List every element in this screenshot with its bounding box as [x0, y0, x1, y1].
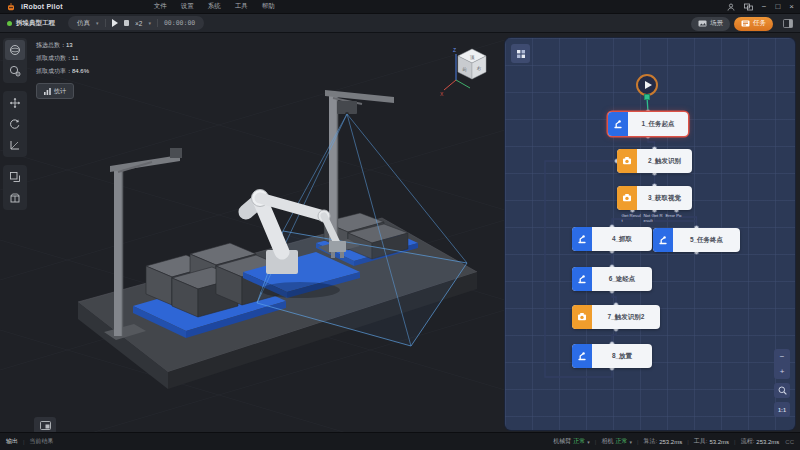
displays-icon[interactable]	[744, 3, 753, 11]
project-status-dot	[7, 21, 12, 26]
statistics-button[interactable]: 统计	[36, 83, 74, 99]
pick-statistics: 拣选总数：13抓取成功数：11抓取成功率：84.6% 统计	[36, 41, 89, 99]
start-output-port	[644, 94, 650, 100]
copy-icon	[9, 171, 21, 183]
output-port-labels: Get ResultNot Get ResultError Po	[622, 213, 686, 224]
cube-face-front: 前	[462, 67, 467, 72]
app-title: iRobot Pilot	[21, 3, 63, 10]
stat-row: 抓取成功数：11	[36, 54, 89, 63]
menu-bar: 文件设置系统工具帮助	[154, 2, 275, 11]
flow-node-8[interactable]: 8_放置	[572, 344, 652, 368]
simulation-controls: 仿真 ▾ ×2 ▾ 00:00:00	[68, 16, 204, 30]
place-icon	[572, 344, 592, 368]
flow-node-label: 5_任务终点	[673, 228, 740, 252]
flow-node-3[interactable]: 3_获取视觉	[617, 186, 692, 210]
chevron-down-icon[interactable]: ▾	[96, 20, 99, 26]
task-start-icon	[608, 112, 628, 136]
minimize-button[interactable]: −	[762, 3, 767, 11]
get-vision-icon	[617, 186, 637, 210]
toolbar: 拆垛典型工程 仿真 ▾ ×2 ▾ 00:00:00 场景 任务	[0, 14, 800, 33]
flow-node-label: 8_放置	[592, 344, 652, 368]
axis-z-label: Z	[453, 47, 456, 53]
menu-item-3[interactable]: 工具	[235, 2, 248, 11]
cube-face-right: 右	[477, 65, 482, 71]
status-item-2: 算法:253.2ms	[643, 437, 682, 446]
console-icon	[40, 421, 51, 430]
close-button[interactable]: ×	[789, 3, 794, 11]
zoom-reset-button[interactable]: 1:1	[774, 402, 790, 417]
status-extra: CC	[785, 439, 794, 445]
axis-x-label: X	[440, 91, 444, 97]
magnifier-icon	[778, 386, 787, 395]
maximize-button[interactable]: □	[775, 3, 780, 11]
scene-icon	[698, 20, 707, 27]
rotate-tool-button[interactable]	[5, 114, 25, 134]
waypoint-icon	[572, 267, 592, 291]
cube-face-top: 顶	[470, 55, 475, 60]
view-cube[interactable]: Z X 顶 前 右	[440, 47, 486, 97]
move-tool-button[interactable]	[5, 93, 25, 113]
flow-start-node[interactable]	[636, 74, 658, 96]
export-box-button[interactable]	[5, 188, 25, 208]
play-icon	[645, 81, 652, 89]
chevron-down-icon[interactable]: ▾	[148, 20, 151, 26]
app-logo-icon	[6, 2, 16, 12]
box-icon	[9, 192, 21, 204]
grid-icon	[516, 49, 526, 59]
menu-item-0[interactable]: 文件	[154, 2, 167, 11]
scene-tab[interactable]: 场景	[691, 17, 730, 31]
zoom-in-button[interactable]: +	[774, 364, 790, 379]
measure-icon	[9, 139, 21, 151]
stat-row: 拣选总数：13	[36, 41, 89, 50]
menu-item-4[interactable]: 帮助	[262, 2, 275, 11]
status-item-1[interactable]: 相机正常▾	[601, 437, 632, 446]
status-bar: 输出 | 当前结果 机械臂正常▾|相机正常▾|算法:253.2ms|工具:53.…	[0, 432, 800, 450]
flow-node-4[interactable]: 4_抓取	[572, 227, 652, 251]
measure-tool-button[interactable]	[5, 135, 25, 155]
task-flow-canvas[interactable]: 1_任务起点2_触发识别3_获取视觉4_抓取5_任务终点6_途经点7_触发识别2…	[505, 38, 795, 430]
zoom-out-button[interactable]: −	[774, 349, 790, 364]
mode-select[interactable]: 仿真	[77, 19, 90, 28]
flow-node-label: 1_任务起点	[628, 112, 688, 136]
flow-node-5[interactable]: 5_任务终点	[653, 228, 740, 252]
flow-node-label: 4_抓取	[592, 227, 652, 251]
zoom-search-button[interactable]	[774, 383, 790, 398]
panel-layout-button[interactable]	[780, 17, 795, 31]
user-icon[interactable]	[727, 3, 735, 11]
stat-row: 抓取成功率：84.6%	[36, 67, 89, 76]
trigger-recognition-icon	[572, 305, 592, 329]
model-settings-button[interactable]	[5, 61, 25, 81]
flow-node-1[interactable]: 1_任务起点	[608, 112, 688, 136]
gripper	[329, 241, 346, 252]
flow-node-label: 7_触发识别2	[592, 305, 660, 329]
menu-item-2[interactable]: 系统	[208, 2, 221, 11]
task-flow-icon	[741, 20, 750, 27]
flow-grid-button[interactable]	[511, 44, 530, 63]
speed-select[interactable]: ×2	[135, 20, 142, 27]
menu-item-1[interactable]: 设置	[181, 2, 194, 11]
console-panel-button[interactable]	[34, 417, 56, 432]
status-item-0[interactable]: 机械臂正常▾	[553, 437, 590, 446]
flow-node-7[interactable]: 7_触发识别2	[572, 305, 660, 329]
flow-node-2[interactable]: 2_触发识别	[617, 149, 692, 173]
viewport-3d[interactable]: Z X 顶 前 右	[0, 33, 800, 432]
globe-gear-icon	[9, 65, 21, 77]
play-button[interactable]	[112, 19, 118, 27]
scene-model-button[interactable]	[5, 40, 25, 60]
current-result-tab[interactable]: 当前结果	[30, 437, 54, 446]
task-tab[interactable]: 任务	[734, 17, 773, 31]
simulation-timer: 00:00:00	[164, 19, 195, 27]
status-item-3: 工具:53.2ms	[694, 437, 729, 446]
viewport-toolbar	[3, 38, 27, 210]
stop-button[interactable]	[124, 20, 130, 26]
status-item-4: 流程:253.2ms	[741, 437, 780, 446]
model-globe-icon	[9, 44, 21, 56]
output-tab[interactable]: 输出	[6, 437, 18, 446]
grasp-icon	[572, 227, 592, 251]
project-name: 拆垛典型工程	[16, 19, 55, 28]
trigger-recognition-icon	[617, 149, 637, 173]
copy-tool-button[interactable]	[5, 167, 25, 187]
task-end-icon	[653, 228, 673, 252]
flow-node-6[interactable]: 6_途经点	[572, 267, 652, 291]
rotate-icon	[9, 118, 21, 130]
